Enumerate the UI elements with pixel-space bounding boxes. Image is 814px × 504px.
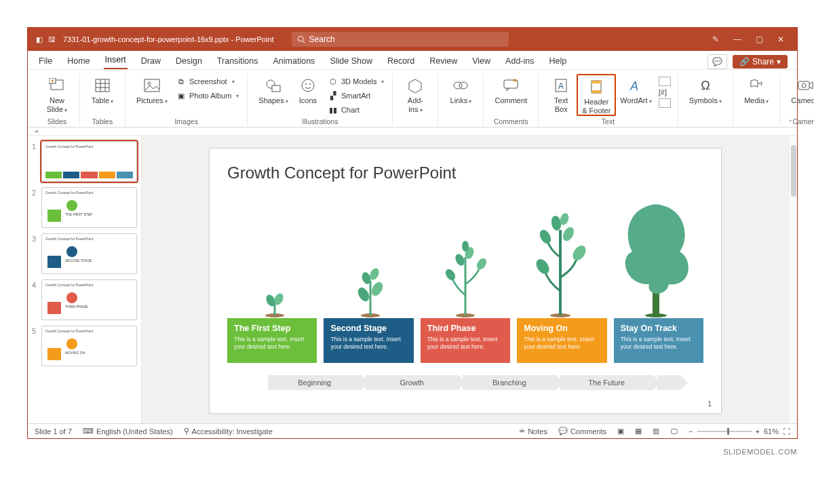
new-slide-button[interactable]: ✶ New Slide: [41, 74, 73, 113]
shapes-icon: [265, 77, 282, 94]
card-2[interactable]: Second StageThis is a sample text. Inser…: [324, 318, 413, 363]
thumb-1[interactable]: 1 Growth Concept for PowerPoint: [32, 141, 137, 182]
share-button[interactable]: 🔗 Share ▾: [733, 55, 788, 69]
slide-title[interactable]: Growth Concept for PowerPoint: [227, 163, 703, 182]
wordart-button[interactable]: A WordArt: [616, 74, 655, 105]
tab-home[interactable]: Home: [66, 52, 91, 69]
photo-album-button[interactable]: ▣Photo Album: [174, 90, 240, 102]
fit-to-window-icon[interactable]: ⛶: [783, 427, 790, 435]
card-3[interactable]: Third PhaseThis is a sample text. Insert…: [421, 318, 510, 363]
slide-editor[interactable]: Growth Concept for PowerPoint The First …: [142, 136, 789, 423]
arrow-1[interactable]: Beginning: [268, 375, 362, 390]
slideshow-view-icon[interactable]: 🖵: [670, 427, 678, 435]
symbols-button[interactable]: Ω Symbols: [685, 74, 726, 105]
arrow-3[interactable]: Branching: [463, 375, 556, 390]
chart-button[interactable]: ▮▮Chart: [326, 104, 386, 116]
object-icon[interactable]: [659, 98, 671, 108]
document-title: 7331-01-growth-concept-for-powerpoint-16…: [63, 35, 274, 43]
thumb-2[interactable]: 2 Growth Concept for PowerPoint THE FIRS…: [32, 187, 137, 228]
zoom-out-icon[interactable]: −: [689, 427, 693, 435]
arrow-2[interactable]: Growth: [366, 375, 459, 390]
card-5[interactable]: Stay On TrackThis is a sample text. Inse…: [614, 318, 703, 363]
header-footer-icon: [587, 78, 605, 96]
app-icon: ◧: [33, 35, 45, 44]
slide-thumbnails[interactable]: 1 Growth Concept for PowerPoint 2 Growth…: [28, 136, 142, 423]
header-footer-button[interactable]: Header & Footer: [577, 74, 616, 116]
date-time-icon[interactable]: [659, 77, 671, 86]
reading-view-icon[interactable]: ▥: [653, 427, 659, 435]
cameo-button[interactable]: Cameo: [787, 74, 814, 105]
notes-button[interactable]: ≐ Notes: [519, 427, 547, 435]
addins-button[interactable]: Add- ins: [400, 74, 431, 113]
tab-draw[interactable]: Draw: [140, 52, 162, 69]
tab-transitions[interactable]: Transitions: [216, 52, 260, 69]
search-box[interactable]: Search: [292, 32, 509, 47]
minimize-button[interactable]: —: [726, 35, 748, 44]
tab-file[interactable]: File: [37, 52, 54, 69]
media-button[interactable]: Media: [740, 74, 773, 105]
textbox-button[interactable]: A Text Box: [545, 74, 577, 113]
close-button[interactable]: ✕: [770, 35, 792, 44]
slide-sorter-icon[interactable]: ▦: [635, 427, 642, 435]
svg-rect-26: [592, 90, 601, 93]
thumb-3[interactable]: 3 Growth Concept for PowerPoint SECOND S…: [32, 233, 137, 274]
tab-addins[interactable]: Add-ins: [504, 52, 535, 69]
links-button[interactable]: Links: [445, 74, 476, 105]
new-slide-icon: ✶: [48, 77, 66, 94]
arrow-4[interactable]: The Future: [560, 375, 654, 390]
svg-text:A: A: [558, 81, 564, 91]
comment-button[interactable]: ✶ Comment: [490, 74, 531, 105]
slide-number-icon[interactable]: [#]: [659, 88, 671, 96]
addins-icon: [406, 77, 424, 94]
thumb-4[interactable]: 4 Growth Concept for PowerPoint THIRD PH…: [32, 279, 137, 320]
pictures-button[interactable]: Pictures: [132, 74, 172, 105]
svg-text:✶: ✶: [512, 79, 518, 84]
tab-slideshow[interactable]: Slide Show: [328, 52, 374, 69]
tab-animations[interactable]: Animations: [272, 52, 317, 69]
table-button[interactable]: Table: [87, 74, 118, 105]
card-4[interactable]: Moving OnThis is a sample text. Insert y…: [517, 318, 606, 363]
screenshot-icon: ⧉: [176, 76, 187, 87]
thumb-5[interactable]: 5 Growth Concept for PowerPoint MOVING O…: [32, 326, 137, 366]
screenshot-button[interactable]: ⧉Screenshot: [174, 75, 240, 88]
process-arrows: Beginning Growth Branching The Future: [268, 375, 680, 390]
slide-counter[interactable]: Slide 1 of 7: [35, 427, 72, 435]
card-1[interactable]: The First StepThis is a sample text. Ins…: [227, 318, 317, 363]
svg-point-53: [645, 313, 667, 317]
svg-point-40: [444, 267, 457, 282]
shapes-button[interactable]: Shapes: [254, 74, 292, 105]
svg-point-47: [570, 244, 589, 263]
smartart-button[interactable]: ▞SmartArt: [326, 90, 386, 102]
language-button[interactable]: ⌨ English (United States): [83, 427, 173, 435]
tab-insert[interactable]: Insert: [104, 51, 128, 69]
pen-icon[interactable]: ✎: [705, 35, 726, 44]
editor-body: 1 Growth Concept for PowerPoint 2 Growth…: [28, 136, 797, 423]
slide-canvas[interactable]: Growth Concept for PowerPoint The First …: [209, 148, 722, 414]
icons-button[interactable]: Icons: [292, 74, 324, 105]
comments-button[interactable]: 💬 Comments: [558, 427, 606, 435]
accessibility-button[interactable]: ⚲ Accessibility: Investigate: [184, 427, 273, 435]
maximize-button[interactable]: ▢: [748, 35, 770, 44]
svg-point-0: [298, 37, 303, 42]
zoom-in-icon[interactable]: +: [756, 427, 760, 435]
save-icon[interactable]: 🖫: [45, 35, 58, 43]
plant-4: [520, 210, 601, 318]
tab-help[interactable]: Help: [547, 52, 568, 69]
tab-review[interactable]: Review: [428, 52, 459, 69]
zoom-control[interactable]: − + 61% ⛶: [689, 427, 790, 435]
comment-icon: ✶: [502, 77, 520, 94]
svg-point-44: [462, 241, 469, 252]
collapse-ribbon-icon[interactable]: ⌄: [788, 115, 793, 123]
zoom-slider[interactable]: [697, 431, 752, 432]
tab-design[interactable]: Design: [174, 52, 204, 69]
attribution: SLIDEMODEL.COM: [723, 448, 797, 456]
3d-models-button[interactable]: ⬡3D Models: [326, 75, 386, 88]
pictures-icon: [143, 77, 161, 94]
tab-view[interactable]: View: [471, 52, 492, 69]
group-images: Pictures ⧉Screenshot ▣Photo Album Images: [125, 74, 248, 125]
zoom-level[interactable]: 61%: [764, 427, 779, 435]
comments-toggle[interactable]: 💬: [708, 54, 727, 69]
vertical-scrollbar[interactable]: [789, 136, 797, 423]
tab-record[interactable]: Record: [386, 52, 416, 69]
normal-view-icon[interactable]: ▣: [617, 427, 624, 435]
